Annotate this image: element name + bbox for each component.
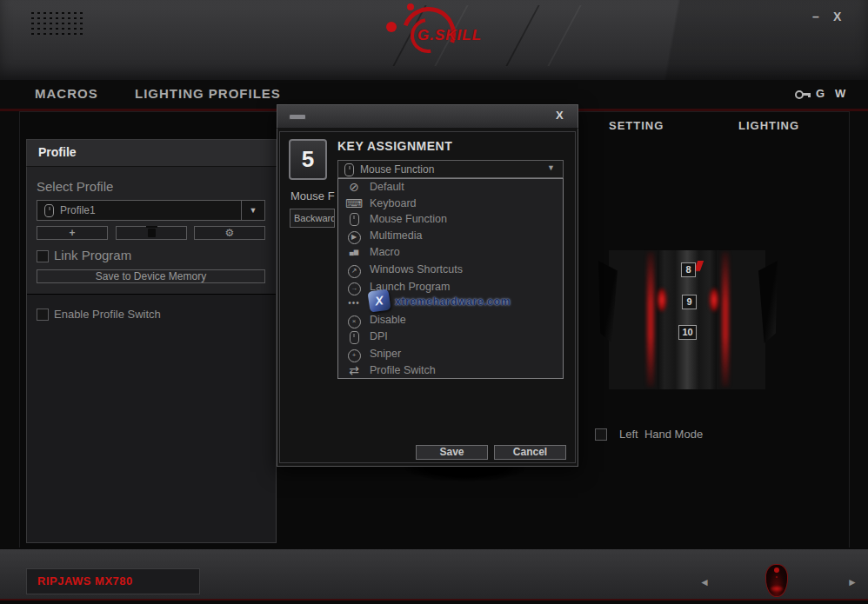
mouse-button-8-label[interactable]: 8: [681, 262, 696, 277]
chevron-down-icon[interactable]: ▼: [241, 201, 264, 220]
gskill-logo: G.SKILL: [379, 4, 501, 65]
default-icon: ⊘: [345, 181, 363, 193]
menu-item-default[interactable]: ⊘Default: [338, 179, 563, 195]
menu-item-label: Multimedia: [370, 229, 422, 242]
cancel-button[interactable]: Cancel: [494, 445, 566, 460]
panel-divider: [27, 294, 276, 295]
key-stem-icon: [803, 93, 811, 96]
menu-item-keyboard[interactable]: ⌨Keyboard: [338, 195, 563, 210]
menu-item-label: Macro: [370, 246, 400, 258]
enable-profile-switch-label: Enable Profile Switch: [54, 308, 161, 321]
delete-profile-button[interactable]: [116, 226, 187, 240]
macro-icon: ▄▆: [345, 249, 363, 256]
previous-device-arrow[interactable]: ◄: [699, 576, 710, 588]
menu-item-sniper[interactable]: +Sniper: [338, 345, 563, 362]
backward-select[interactable]: Backward: [290, 209, 335, 228]
select-profile-label: Select Profile: [37, 179, 113, 194]
dialog-title: KEY ASSIGNMENT: [337, 139, 452, 153]
link-program-checkbox[interactable]: [37, 250, 49, 262]
chevron-down-icon: ▼: [547, 163, 555, 172]
menu-item-macros[interactable]: MACROS: [35, 86, 98, 101]
menu-item-label: Default: [370, 181, 404, 193]
menu-item-label: DPI: [370, 330, 388, 342]
w-button[interactable]: W: [835, 87, 845, 100]
menu-item-label: Profile Switch: [370, 364, 436, 376]
assignment-type-value: Mouse Function: [360, 163, 434, 176]
device-name-badge: RIPJAWS MX780: [26, 568, 200, 594]
mouse-red-glow-blob: [710, 289, 718, 311]
next-device-arrow[interactable]: ►: [847, 576, 858, 588]
menu-item-mouse-function[interactable]: Mouse Function: [338, 211, 563, 227]
menu-item-label: Mouse Function: [370, 213, 447, 225]
left-hand-mode-label: Left Hand Mode: [619, 428, 703, 441]
profile-select-value: Profile1: [60, 204, 96, 216]
menu-item-lighting-profiles[interactable]: LIGHTING PROFILES: [135, 86, 281, 101]
dialog-title-bar[interactable]: [277, 104, 578, 129]
profile-select[interactable]: Profile1 ▼: [37, 200, 265, 221]
profile-switch-icon: ⇄: [345, 364, 363, 376]
dpi-icon: [345, 329, 363, 344]
minimize-button[interactable]: –: [812, 10, 819, 23]
assignment-type-select[interactable]: Mouse Function ▼: [337, 160, 564, 178]
menu-item-label: Windows Shortcuts: [370, 263, 463, 275]
mouse-button-10-label[interactable]: 10: [678, 325, 697, 340]
disable-icon: ×: [345, 311, 363, 329]
save-button[interactable]: Save: [416, 445, 488, 460]
mouse-red-glow-right: [722, 252, 729, 387]
launch-program-icon: →: [345, 278, 363, 295]
key-icon[interactable]: [795, 90, 811, 97]
enable-profile-switch-checkbox[interactable]: [37, 309, 49, 321]
mouse-function-label: Mouse F: [290, 189, 335, 202]
mouse-icon: [344, 163, 354, 176]
close-button[interactable]: X: [833, 10, 841, 23]
menu-item-label: Disable: [370, 314, 406, 326]
tab-setting[interactable]: SETTING: [609, 119, 664, 132]
logo-text: G.SKILL: [417, 27, 482, 44]
dialog-close-button[interactable]: X: [556, 109, 564, 122]
mouse-red-glow-blob: [658, 289, 666, 311]
keyboard-icon: ⌨: [345, 197, 363, 209]
logo-dot-icon: [386, 22, 397, 32]
mouse-red-glow-left: [647, 252, 654, 387]
menu-item-dpi[interactable]: DPI: [338, 329, 563, 344]
menu-item-disable[interactable]: ×Disable: [338, 311, 563, 329]
watermark-x-icon: X: [367, 289, 391, 312]
dialog-drag-handle-icon[interactable]: [289, 114, 306, 120]
trash-icon: [148, 229, 156, 237]
profile-panel-title: Profile: [38, 145, 77, 159]
tab-lighting[interactable]: LIGHTING: [738, 119, 799, 132]
decor-slab: [598, 0, 868, 80]
multimedia-icon: ▶: [345, 227, 363, 244]
assignment-menu: ⊘Default⌨KeyboardMouse Function▶Multimed…: [337, 178, 564, 379]
menu-item-profile-switch[interactable]: ⇄Profile Switch: [338, 362, 563, 378]
text-icon: •••: [345, 298, 363, 308]
g-button[interactable]: G: [816, 87, 825, 100]
left-hand-mode-checkbox[interactable]: [595, 428, 607, 441]
footer-edge: [0, 601, 868, 604]
decor-slab: [505, 5, 581, 66]
link-program-label: Link Program: [54, 248, 131, 262]
logo-dot-icon: [407, 3, 414, 10]
speaker-grille-decor: [30, 10, 85, 37]
mouse-icon: [345, 211, 363, 227]
menu-item-label: Sniper: [370, 348, 401, 360]
menu-item-label: Keyboard: [370, 197, 417, 209]
mouse-icon: [44, 204, 54, 217]
key-number-tile: 5: [289, 139, 327, 180]
watermark-text: xtremehardware.com: [395, 295, 511, 308]
windows-shortcuts-icon: ↗: [345, 261, 363, 278]
add-profile-button[interactable]: +: [37, 226, 108, 240]
menu-item-macro[interactable]: ▄▆Macro: [338, 244, 563, 260]
sniper-icon: +: [345, 345, 363, 362]
menu-item-windows-shortcuts[interactable]: ↗Windows Shortcuts: [338, 261, 563, 278]
profile-settings-button[interactable]: ⚙: [194, 226, 265, 240]
mouse-button-9-label[interactable]: 9: [682, 295, 697, 309]
save-to-device-memory-button[interactable]: Save to Device Memory: [37, 269, 265, 283]
menu-item-multimedia[interactable]: ▶Multimedia: [338, 227, 563, 244]
app-window: G.SKILL – X MACROS LIGHTING PROFILES G W…: [0, 0, 868, 604]
